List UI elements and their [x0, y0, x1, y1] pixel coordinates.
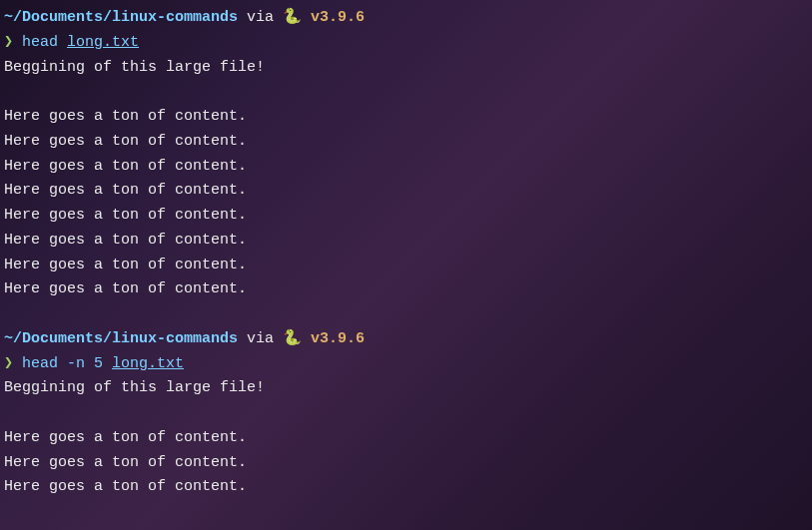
terminal-block-1: ~/Documents/linux-commands via 🐍 v3.9.6 … — [4, 6, 808, 302]
prompt-arrow-icon: ❯ — [4, 355, 13, 372]
command-text: head — [13, 34, 67, 51]
command-text: head -n 5 — [13, 355, 112, 372]
prompt-arrow-icon: ❯ — [4, 34, 13, 51]
snake-icon: 🐍 — [283, 330, 311, 347]
command-output-1: Beggining of this large file! Here goes … — [4, 56, 808, 303]
terminal-block-2: ~/Documents/linux-commands via 🐍 v3.9.6 … — [4, 327, 808, 500]
blank-separator — [4, 302, 808, 327]
prompt-path-line-1: ~/Documents/linux-commands via 🐍 v3.9.6 — [4, 6, 808, 31]
command-output-2: Beggining of this large file! Here goes … — [4, 376, 808, 500]
filename-arg: long.txt — [67, 34, 139, 51]
prompt-path-line-2: ~/Documents/linux-commands via 🐍 v3.9.6 — [4, 327, 808, 352]
via-text: via — [238, 330, 283, 347]
via-text: via — [238, 9, 283, 26]
python-version: v3.9.6 — [311, 9, 365, 26]
command-line-1[interactable]: ❯ head long.txt — [4, 31, 808, 56]
command-line-2[interactable]: ❯ head -n 5 long.txt — [4, 352, 808, 377]
python-version: v3.9.6 — [311, 330, 365, 347]
snake-icon: 🐍 — [283, 9, 311, 26]
cwd-path: ~/Documents/linux-commands — [4, 9, 238, 26]
filename-arg: long.txt — [112, 355, 184, 372]
cwd-path: ~/Documents/linux-commands — [4, 330, 238, 347]
